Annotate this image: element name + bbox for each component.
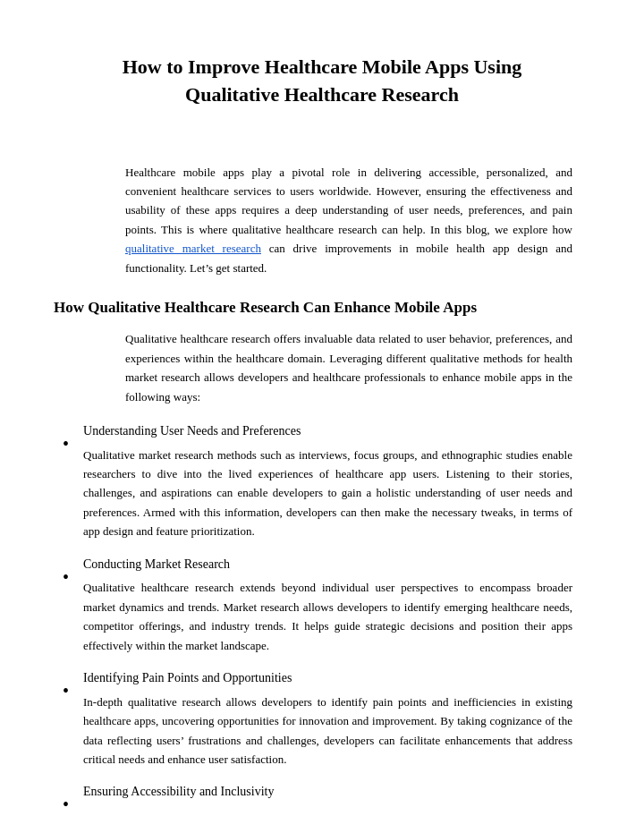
bullet-icon: • (63, 682, 69, 700)
bullet-icon: • (63, 795, 69, 813)
section-intro-paragraph: Qualitative healthcare research offers i… (125, 329, 572, 406)
bullet-content: Conducting Market ResearchQualitative he… (83, 556, 590, 655)
bullet-icon: • (63, 435, 69, 453)
list-item: •Ensuring Accessibility and Inclusivity (54, 783, 590, 813)
bullet-body: Qualitative market research methods such… (83, 446, 572, 541)
bullet-body: In-depth qualitative research allows dev… (83, 693, 572, 769)
bullet-subheading: Understanding User Needs and Preferences (83, 422, 590, 440)
intro-paragraph: Healthcare mobile apps play a pivotal ro… (125, 163, 572, 278)
bullet-content: Identifying Pain Points and Opportunitie… (83, 669, 590, 769)
bullet-content: Ensuring Accessibility and Inclusivity (83, 783, 590, 806)
section-heading: How Qualitative Healthcare Research Can … (54, 299, 590, 317)
list-item: •Understanding User Needs and Preference… (54, 422, 590, 541)
bullet-icon: • (63, 568, 69, 586)
bullet-body: Qualitative healthcare research extends … (83, 578, 572, 655)
bullet-subheading: Conducting Market Research (83, 556, 590, 574)
list-item: •Conducting Market ResearchQualitative h… (54, 556, 590, 655)
bullet-subheading: Ensuring Accessibility and Inclusivity (83, 783, 590, 801)
bullet-subheading: Identifying Pain Points and Opportunitie… (83, 669, 590, 687)
list-item: •Identifying Pain Points and Opportuniti… (54, 669, 590, 769)
page-title: How to Improve Healthcare Mobile Apps Us… (54, 54, 590, 109)
bullet-content: Understanding User Needs and Preferences… (83, 422, 590, 541)
bullet-list: •Understanding User Needs and Preference… (54, 422, 590, 813)
qualitative-market-research-link[interactable]: qualitative market research (125, 242, 261, 255)
title-block: How to Improve Healthcare Mobile Apps Us… (54, 54, 590, 109)
